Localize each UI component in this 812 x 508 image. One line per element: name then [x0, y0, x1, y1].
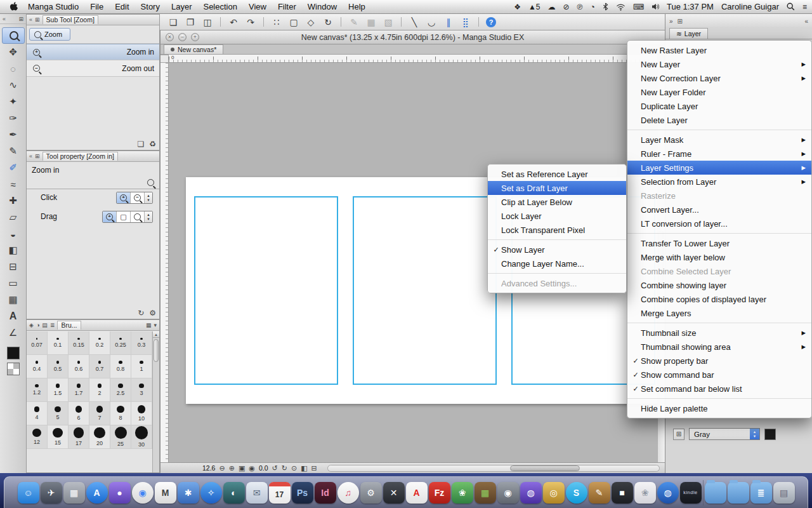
kindle[interactable]: kindle — [680, 482, 702, 504]
tone-icon[interactable]: ◑ — [36, 322, 39, 328]
drag-zoom-mode-button[interactable]: + — [103, 211, 117, 222]
mission-control[interactable]: ▦ — [63, 482, 85, 504]
all-settings-icon[interactable]: ⚙ — [149, 309, 156, 318]
menu-item[interactable]: Combine copies of displayed layer — [627, 292, 811, 306]
brush-size-cell[interactable]: 25 — [110, 425, 131, 449]
menu-item[interactable]: New Layer — [627, 57, 811, 71]
menu-item[interactable]: Thumbnail showing area — [627, 340, 811, 354]
trash[interactable]: ▤ — [773, 482, 795, 504]
panel-frame-1[interactable] — [194, 196, 338, 385]
delete-subtool-icon[interactable]: ♻ — [149, 140, 156, 149]
expression-color-select[interactable]: Gray ▲▼ — [689, 428, 760, 440]
alert-count-icon[interactable]: ▲5 — [528, 3, 540, 11]
rotation-value[interactable]: 0.0 — [259, 464, 268, 473]
menu-item[interactable]: Lock Layer — [488, 209, 626, 223]
crop-icon[interactable]: ▢ — [288, 17, 299, 28]
brush-size-cell[interactable]: 2 — [89, 378, 110, 402]
menu-item[interactable]: New Layer Folder — [627, 85, 811, 99]
panel-menu-icon[interactable]: ⊞ — [18, 16, 23, 22]
actual-size-icon[interactable]: ◉ — [249, 464, 255, 473]
move-view-tool[interactable]: ✥ — [2, 44, 25, 60]
apple-menu-icon[interactable] — [5, 2, 22, 11]
menu-item[interactable]: Layer Settings — [627, 161, 811, 175]
menu-item[interactable]: Layer Mask — [627, 133, 811, 147]
menu-item[interactable]: Convert Layer... — [627, 203, 811, 217]
decoration-tool[interactable]: ✚ — [2, 192, 25, 209]
subtool-item[interactable]: − Zoom out — [27, 60, 159, 77]
save-icon[interactable]: ◫ — [202, 17, 213, 28]
notification-list-icon[interactable]: ≡ — [802, 3, 807, 11]
grid-view-icon[interactable]: ▦ — [146, 322, 152, 328]
zoom-value[interactable]: 12.6 — [202, 464, 215, 473]
menu-item[interactable]: Set as Reference Layer — [488, 167, 626, 181]
flip-vertical-icon[interactable]: ⊟ — [311, 464, 317, 473]
purple-app[interactable]: ◍ — [520, 482, 542, 504]
scroll-up-icon[interactable]: ▲ — [153, 331, 159, 338]
undo-icon[interactable]: ↶ — [228, 17, 239, 28]
x-app[interactable]: ✕ — [383, 482, 405, 504]
brush-size-cell[interactable]: 30 — [131, 425, 152, 449]
launchpad[interactable]: ✈ — [41, 482, 62, 504]
eraser-tool[interactable]: ▱ — [2, 209, 25, 225]
photo-booth[interactable]: ◐ — [223, 482, 245, 504]
indesign[interactable]: Id — [315, 482, 336, 504]
menu-item[interactable]: Set command bar below list — [627, 382, 811, 396]
curve-icon[interactable]: ◡ — [426, 17, 437, 28]
transparent-color-swatch[interactable] — [7, 363, 20, 375]
pen-tool[interactable]: ✒ — [2, 126, 25, 143]
menubar-user[interactable]: Caroline Guigar — [721, 2, 779, 11]
block-icon[interactable]: ⊘ — [563, 3, 570, 11]
menu-item[interactable]: Show command bar — [627, 368, 811, 382]
menu-item[interactable]: New Raster Layer — [627, 43, 811, 57]
menubar-menu[interactable]: Story — [135, 0, 166, 14]
calendar[interactable]: 17 — [269, 482, 291, 504]
menubar-menu[interactable]: Help — [343, 0, 371, 14]
brush-size-cell[interactable]: 0.5 — [48, 355, 69, 378]
material-icon[interactable]: ◈ — [29, 322, 34, 328]
menu-item[interactable]: Clip at Layer Below — [488, 195, 626, 209]
collapse-icon[interactable]: « — [804, 18, 808, 25]
itunes[interactable]: ♫ — [337, 482, 359, 504]
menu-item[interactable]: Merge with layer below — [627, 250, 811, 264]
folder-documents[interactable] — [728, 482, 749, 504]
blue-orb-app[interactable]: ◍ — [657, 482, 679, 504]
acrobat[interactable]: A — [406, 482, 428, 504]
chrome[interactable]: ◉ — [132, 482, 154, 504]
brush-size-cell[interactable]: 0.1 — [48, 331, 69, 355]
menubar-menu[interactable]: File — [84, 0, 109, 14]
zoom-button[interactable]: + — [191, 33, 199, 41]
brush-size-cell[interactable]: 17 — [69, 425, 89, 449]
menu-item[interactable]: Ruler - Frame — [627, 147, 811, 161]
folder-downloads[interactable]: ≣ — [750, 482, 772, 504]
mail[interactable]: ✉ — [246, 482, 268, 504]
menubar-menu[interactable]: Filter — [272, 0, 302, 14]
fit-window-icon[interactable]: ▣ — [239, 464, 245, 473]
list-view-icon[interactable]: ▤ — [42, 322, 48, 328]
click-mode-stepper[interactable]: ▲▼ — [145, 192, 152, 203]
finder[interactable]: ☺ — [18, 482, 39, 504]
menu-item[interactable]: Show property bar — [627, 354, 811, 368]
cloud-icon[interactable]: ☁ — [548, 3, 556, 11]
lasso-tool[interactable]: ∿ — [2, 77, 25, 93]
brush-size-cell[interactable]: 0.8 — [110, 355, 131, 378]
main-color-swatch[interactable] — [7, 347, 20, 359]
snap-grid-icon[interactable]: ∷ — [271, 17, 282, 28]
menu-item[interactable]: Combine showing layer — [627, 278, 811, 292]
menu-item[interactable]: Selection from Layer — [627, 175, 811, 189]
detail-list-icon[interactable]: ≣ — [50, 322, 55, 328]
filezilla[interactable]: Fz — [429, 482, 450, 504]
straight-line-icon[interactable]: ╲ — [409, 17, 420, 28]
transform-icon[interactable]: ◇ — [305, 17, 317, 28]
zoom-tool[interactable] — [2, 27, 25, 44]
green-app[interactable]: ❀ — [452, 482, 473, 504]
brush-size-cell[interactable]: 8 — [110, 402, 131, 425]
menubar-menu[interactable]: Layer — [166, 0, 198, 14]
utility-app[interactable]: ⚙ — [360, 482, 382, 504]
wifi-icon[interactable] — [616, 3, 625, 11]
figure-tool[interactable]: ▭ — [2, 275, 25, 291]
collapse-icon[interactable]: « — [29, 17, 32, 23]
brush-scrollbar[interactable]: ▲ — [152, 331, 159, 472]
canvas-tab[interactable]: New canvas* — [164, 44, 223, 54]
guide-lines-icon[interactable]: ⣿ — [460, 17, 471, 28]
scrollbar-thumb[interactable] — [510, 465, 580, 471]
